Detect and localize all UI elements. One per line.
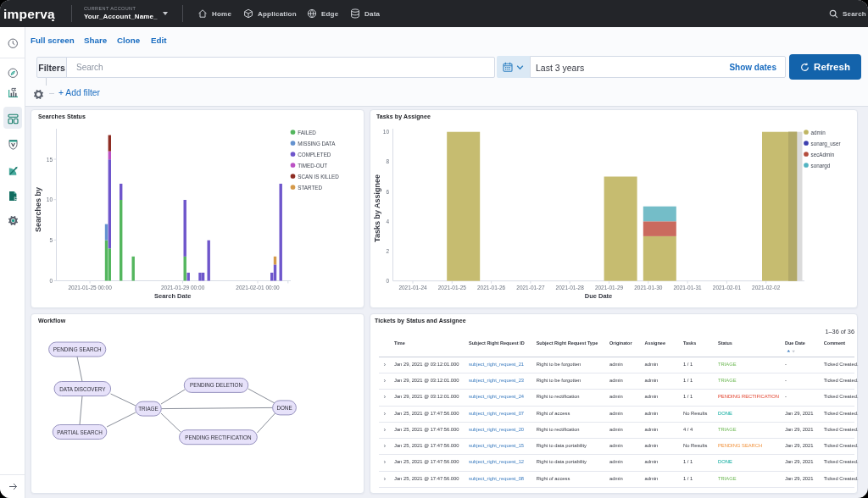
svg-text:TIMED-OUT: TIMED-OUT: [298, 163, 327, 169]
svg-text:secAdmin: secAdmin: [811, 152, 835, 158]
svg-text:15: 15: [47, 157, 53, 163]
svg-text:2021-01-30: 2021-01-30: [634, 285, 663, 290]
svg-text:8: 8: [386, 158, 389, 164]
svg-text:DONE: DONE: [276, 405, 292, 411]
svg-text:Search Date: Search Date: [154, 292, 191, 300]
svg-text:2021-01-29: 2021-01-29: [595, 285, 624, 290]
svg-text:2021-02-01: 2021-02-01: [713, 285, 742, 290]
svg-text:COMPLETED: COMPLETED: [298, 152, 331, 158]
svg-text:2021-02-02: 2021-02-02: [752, 285, 781, 290]
svg-text:2021-01-25 00:00: 2021-01-25 00:00: [68, 285, 112, 290]
svg-text:10: 10: [383, 129, 390, 135]
svg-text:admin: admin: [811, 130, 826, 136]
svg-text:2021-01-26: 2021-01-26: [477, 285, 506, 290]
svg-text:DATA DISCOVERY: DATA DISCOVERY: [59, 386, 106, 392]
svg-text:PARTIAL SEARCH: PARTIAL SEARCH: [57, 429, 103, 435]
svg-text:2021-01-27: 2021-01-27: [516, 285, 545, 290]
svg-text:MISSING DATA: MISSING DATA: [298, 141, 336, 147]
svg-text:Searches by: Searches by: [34, 187, 42, 232]
svg-text:6: 6: [386, 189, 389, 195]
svg-text:2021-02-01 00:00: 2021-02-01 00:00: [236, 285, 280, 290]
svg-text:FAILED: FAILED: [298, 130, 316, 136]
svg-text:2021-01-24: 2021-01-24: [398, 285, 427, 290]
svg-text:2021-01-31: 2021-01-31: [673, 285, 702, 290]
svg-text:4: 4: [386, 219, 389, 224]
svg-text:2021-01-25: 2021-01-25: [438, 285, 467, 290]
svg-text:10: 10: [47, 196, 53, 202]
svg-text:2021-01-29 00:00: 2021-01-29 00:00: [161, 285, 205, 290]
svg-text:Tasks by Assignee: Tasks by Assignee: [373, 174, 381, 242]
svg-text:2: 2: [386, 248, 389, 254]
svg-text:STARTED: STARTED: [298, 185, 322, 191]
svg-text:PENDING RECTIFICATION: PENDING RECTIFICATION: [185, 434, 252, 440]
svg-text:PENDING DELETION: PENDING DELETION: [190, 382, 242, 388]
svg-text:TRIAGE: TRIAGE: [138, 406, 158, 412]
svg-text:Due Date: Due Date: [585, 292, 613, 300]
svg-text:5: 5: [49, 237, 53, 243]
svg-text:2021-01-28: 2021-01-28: [556, 285, 585, 290]
svg-text:sonargd: sonargd: [811, 163, 831, 169]
svg-text:0: 0: [386, 278, 389, 284]
svg-text:0: 0: [49, 278, 53, 284]
svg-text:sonarg_user: sonarg_user: [811, 141, 841, 147]
svg-text:PENDING SEARCH: PENDING SEARCH: [53, 346, 102, 352]
svg-text:SCAN IS KILLED: SCAN IS KILLED: [298, 174, 339, 180]
